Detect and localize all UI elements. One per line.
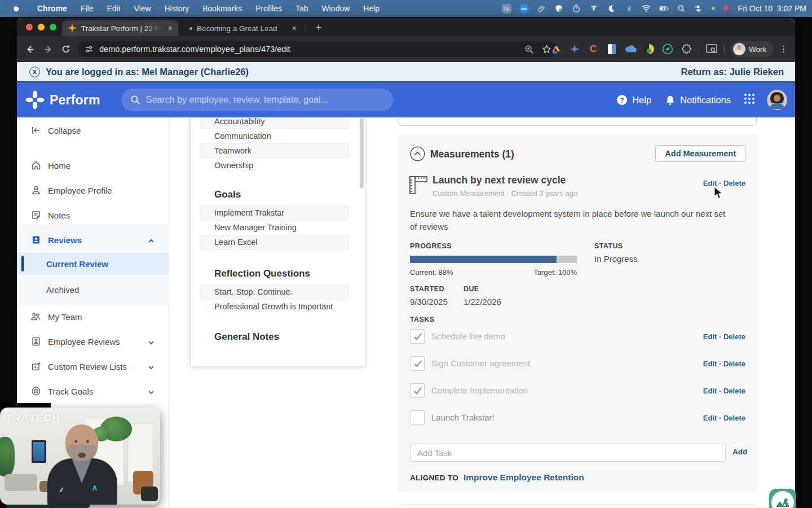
wifi-icon[interactable] (642, 4, 651, 14)
add-task-button[interactable]: Add (732, 448, 747, 456)
sidebar-item-current-review[interactable]: Current Review (17, 253, 169, 274)
close-window-button[interactable] (26, 24, 33, 30)
apps-grid-button[interactable] (743, 93, 756, 107)
search-input[interactable] (146, 95, 360, 105)
minimize-window-button[interactable] (38, 24, 45, 30)
goal-item[interactable]: New Manager Training (200, 221, 350, 234)
zoom-page-icon[interactable] (524, 45, 534, 54)
cloud-extension-icon[interactable] (624, 43, 637, 55)
task-checkbox[interactable] (410, 329, 425, 344)
add-task-input[interactable] (410, 444, 726, 462)
goal-item[interactable]: Learn Excel (200, 235, 350, 249)
menu-help[interactable]: Help (356, 4, 386, 13)
menu-bookmarks[interactable]: Bookmarks (196, 4, 249, 13)
site-controls-icon[interactable] (85, 45, 94, 54)
task-checkbox[interactable] (410, 383, 425, 398)
sidebar-item-custom-review-lists[interactable]: Custom Review Lists (17, 358, 169, 375)
music-app-icon[interactable] (723, 5, 730, 12)
task-checkbox[interactable] (410, 410, 425, 425)
teal-ring-extension-icon[interactable] (661, 43, 674, 55)
help-button[interactable]: ? Help (616, 94, 651, 106)
recorder-app-button[interactable] (769, 489, 796, 508)
edit-link[interactable]: Edit (703, 360, 717, 368)
sidebar-item-employee-profile[interactable]: Employee Profile (17, 182, 169, 199)
reload-button[interactable] (59, 42, 73, 56)
chevron-up-icon[interactable] (148, 237, 155, 243)
browser-menu-kebab-icon[interactable]: ⋮ (779, 44, 788, 54)
forward-button[interactable] (41, 42, 55, 56)
sidebar-item-track-goals[interactable]: Track Goals (17, 383, 169, 400)
paperclip-icon[interactable] (537, 4, 546, 14)
goal-item[interactable]: Implement Trakstar (200, 206, 350, 220)
competency-item[interactable]: Accountability (200, 117, 350, 128)
aligned-goal-link[interactable]: Improve Employee Retention (464, 472, 584, 483)
menubar-clock[interactable]: Fri Oct 10 3:02 PM (738, 4, 806, 13)
address-bar[interactable]: demo.perform.trakstar.com/employee_plans… (78, 41, 557, 57)
panel-scrollbar-thumb[interactable] (360, 118, 364, 189)
screen-mirroring-icon[interactable] (502, 4, 511, 14)
round-badge-extension-icon[interactable] (643, 43, 655, 55)
banner-close-icon[interactable]: x (29, 67, 40, 77)
spotlight-search-icon[interactable] (677, 4, 686, 14)
back-button[interactable] (23, 42, 37, 56)
apple-icon[interactable] (11, 4, 20, 13)
delete-link[interactable]: Delete (723, 360, 745, 368)
document-extension-icon[interactable] (606, 43, 618, 55)
add-measurement-button[interactable]: Add Measurement (655, 145, 745, 162)
edit-link[interactable]: Edit (703, 387, 717, 395)
sidebar-item-archived[interactable]: Archived (17, 281, 169, 298)
sidebar-item-home[interactable]: Home (17, 157, 169, 174)
tab-becoming-a-great-leader[interactable]: Becoming a Great Leader × (182, 20, 302, 36)
timer-icon[interactable] (572, 4, 581, 14)
reading-mode-icon[interactable] (705, 43, 718, 55)
sidebar-item-my-team[interactable]: My Team (17, 308, 169, 325)
menu-edit[interactable]: Edit (100, 4, 127, 13)
orange-c-extension-icon[interactable]: C (587, 43, 599, 55)
delete-link[interactable]: Delete (723, 332, 745, 341)
sidebar-item-employee-reviews[interactable]: Employee Reviews (17, 333, 169, 350)
collapse-measurements-button[interactable] (410, 146, 425, 161)
maximize-window-button[interactable] (50, 24, 56, 30)
tab-close-icon[interactable]: × (292, 24, 297, 32)
delete-link[interactable]: Delete (723, 387, 745, 395)
bluetooth-icon[interactable] (624, 4, 634, 14)
menu-history[interactable]: History (158, 4, 196, 13)
sidebar-collapse-button[interactable]: Collapse (17, 122, 169, 139)
delete-link[interactable]: Delete (723, 414, 745, 422)
delete-link[interactable]: Delete (723, 179, 745, 187)
airpods-icon[interactable] (589, 4, 599, 14)
do-not-disturb-moon-icon[interactable] (607, 4, 616, 14)
new-tab-button[interactable]: + (312, 21, 325, 34)
url-text[interactable]: demo.perform.trakstar.com/employee_plans… (99, 45, 290, 54)
menu-tab[interactable]: Tab (289, 4, 315, 13)
shield-check-icon[interactable] (554, 4, 564, 14)
edit-link[interactable]: Edit (703, 332, 717, 341)
sidebar-item-reviews[interactable]: Reviews (17, 231, 169, 248)
competency-item[interactable]: Ownership (200, 159, 350, 172)
menu-file[interactable]: File (74, 4, 100, 13)
battery-icon[interactable] (659, 4, 669, 14)
return-as-link[interactable]: Return as: Julie Rieken (681, 67, 784, 77)
control-center-icon[interactable] (694, 4, 704, 14)
global-search[interactable] (121, 89, 393, 111)
edit-link[interactable]: Edit (703, 414, 717, 422)
reflection-item[interactable]: Professional Growth is Important (200, 300, 350, 313)
menu-view[interactable]: View (127, 4, 158, 13)
tab-trakstar-perform[interactable]: Trakstar Perform | 22 Platform × (62, 20, 178, 36)
tab-close-icon[interactable]: × (168, 24, 173, 32)
sparkle-extension-icon[interactable] (568, 43, 581, 55)
browser-profile-chip[interactable]: Work (731, 41, 773, 57)
brand[interactable]: Perform (25, 90, 100, 110)
chevron-down-icon[interactable] (148, 338, 155, 345)
menu-profiles[interactable]: Profiles (249, 4, 289, 13)
sidebar-item-notes[interactable]: Notes (17, 207, 169, 224)
menu-chrome[interactable]: Chrome (30, 4, 74, 13)
reflection-item[interactable]: Start. Stop. Continue. (200, 285, 350, 299)
competency-item[interactable]: Teamwork (200, 144, 350, 157)
chevron-down-icon[interactable] (148, 363, 155, 370)
extensions-puzzle-icon[interactable] (680, 43, 692, 55)
competency-item[interactable]: Communication (200, 129, 350, 143)
notifications-button[interactable]: Notifications (665, 95, 731, 106)
zoom-app-icon[interactable]: zm (519, 4, 529, 14)
chevron-down-icon[interactable] (148, 388, 155, 395)
